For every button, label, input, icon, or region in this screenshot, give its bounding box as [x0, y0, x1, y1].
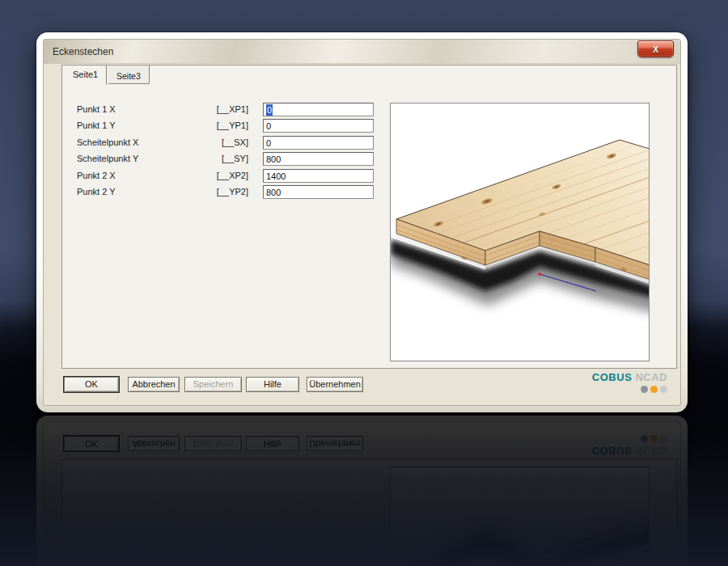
close-button[interactable]: X — [637, 40, 674, 57]
tab-seite1[interactable]: Seite1 — [65, 65, 107, 85]
label-punkt-1-y: Punkt 1 Y — [77, 119, 116, 133]
tab-label: Seite3 — [116, 71, 141, 81]
label-punkt-1-x: Punkt 1 X — [77, 103, 116, 116]
brand-dot-gray — [641, 435, 648, 442]
selected-value: 0 — [266, 104, 273, 116]
dimension-marker — [539, 552, 541, 555]
brand-wordmark: COBUS NCAD — [592, 446, 667, 456]
input-yp1[interactable] — [263, 119, 374, 133]
preview-panel — [390, 467, 650, 566]
dialog-reflection: Eckenstechen X Seite1 Seite3 Punkt 1 X [… — [36, 416, 688, 566]
board-shadow-core — [391, 528, 649, 566]
brand-dots — [592, 386, 667, 393]
code-yp2: [__YP2] — [151, 185, 248, 199]
preview-panel — [390, 103, 650, 361]
tab-panel: Seite1 Seite3 Punkt 1 X [__XP1] 0 Punkt … — [61, 65, 677, 369]
save-button: Speichern — [184, 377, 242, 392]
brand-ncad: NCAD — [635, 445, 667, 457]
ok-button[interactable]: OK — [64, 377, 119, 392]
brand-ncad: NCAD — [635, 371, 667, 383]
input-yp2[interactable] — [263, 185, 374, 199]
brand-dot-gray — [641, 386, 648, 393]
window-title: Eckenstechen — [53, 40, 113, 64]
titlebar: Eckenstechen X — [44, 40, 680, 64]
backdrop: Eckenstechen X Seite1 Seite3 Punkt 1 X [… — [0, 0, 728, 566]
input-xp2[interactable] — [263, 169, 374, 183]
wood-panel-image — [391, 103, 649, 361]
label-punkt-2-y: Punkt 2 Y — [77, 185, 116, 199]
input-sx[interactable] — [263, 136, 374, 150]
dialog-body: Eckenstechen X Seite1 Seite3 Punkt 1 X [… — [43, 39, 681, 406]
brand-dot-lightgray — [660, 435, 667, 442]
board-shadow-soft — [391, 514, 649, 566]
board-front-faces — [396, 546, 649, 566]
code-xp2: [__XP2] — [151, 169, 248, 183]
tab-label: Seite1 — [73, 70, 98, 79]
wood-panel-image — [391, 467, 649, 566]
tab-panel: Seite1 Seite3 Punkt 1 X [__XP1] 0 Punkt … — [61, 459, 677, 566]
dimension-marker — [539, 273, 541, 276]
code-yp1: [__YP1] — [151, 119, 248, 133]
apply-button: Übernehmen — [307, 436, 363, 451]
save-button: Speichern — [184, 436, 242, 451]
input-xp1[interactable]: 0 — [263, 103, 374, 116]
cancel-button[interactable]: Abbrechen — [128, 377, 180, 392]
ok-button: OK — [64, 436, 119, 451]
brand-logo: COBUS NCAD — [592, 435, 667, 456]
brand-logo: COBUS NCAD — [592, 372, 667, 393]
dialog-window: Eckenstechen X Seite1 Seite3 Punkt 1 X [… — [36, 32, 688, 412]
brand-dots — [592, 435, 667, 442]
code-xp1: [__XP1] — [151, 103, 248, 116]
dialog-window: Eckenstechen X Seite1 Seite3 Punkt 1 X [… — [36, 416, 688, 566]
brand-dot-orange — [650, 386, 658, 393]
brand-wordmark: COBUS NCAD — [592, 372, 667, 382]
label-punkt-2-x: Punkt 2 X — [77, 169, 116, 183]
code-sx: [__SX] — [151, 136, 248, 150]
brand-dot-lightgray — [660, 386, 667, 393]
brand-dot-orange — [650, 435, 658, 442]
front-grain — [396, 549, 649, 566]
code-sy: [__SY] — [151, 152, 248, 166]
wood-grain — [391, 479, 649, 566]
cancel-button: Abbrechen — [128, 436, 180, 451]
label-scheitelpunkt-x: Scheitelpunkt X — [77, 136, 138, 150]
help-button[interactable]: Hilfe — [246, 377, 299, 392]
help-button: Hilfe — [246, 436, 299, 451]
label-scheitelpunkt-y: Scheitelpunkt Y — [77, 152, 138, 166]
brand-cobus: COBUS — [592, 445, 632, 457]
input-sy[interactable] — [263, 152, 374, 166]
dialog-body: Eckenstechen X Seite1 Seite3 Punkt 1 X [… — [43, 422, 681, 566]
brand-cobus: COBUS — [592, 371, 632, 383]
tab-seite3[interactable]: Seite3 — [108, 65, 150, 84]
board-top-face — [396, 560, 649, 566]
close-icon: X — [653, 45, 658, 54]
dimension-line — [540, 537, 596, 554]
apply-button[interactable]: Übernehmen — [307, 377, 363, 392]
